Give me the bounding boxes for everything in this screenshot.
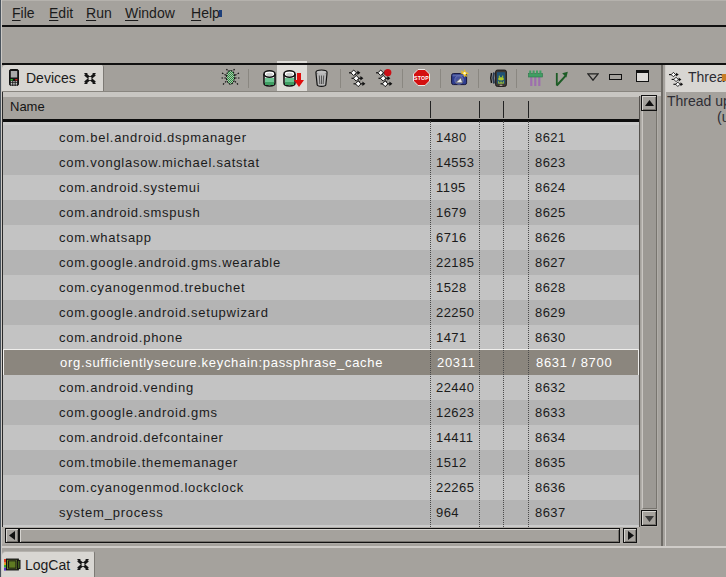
svg-text:STOP: STOP — [414, 75, 429, 81]
